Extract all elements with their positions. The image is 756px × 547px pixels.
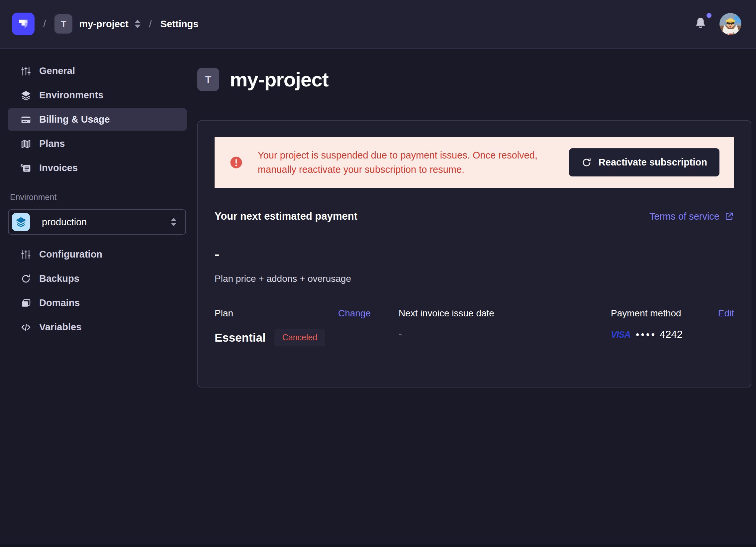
next-payment-heading: Your next estimated payment: [215, 210, 357, 222]
sliders-icon: [21, 249, 31, 260]
terms-of-service-link[interactable]: Terms of service: [649, 211, 734, 222]
estimated-payment-amount: -: [215, 247, 734, 261]
breadcrumb-section: Settings: [160, 19, 198, 30]
notifications-button[interactable]: [694, 16, 708, 32]
plan-name: Essential: [215, 331, 266, 344]
payment-method-column: Payment method Edit VISA •••• 4242: [611, 308, 734, 346]
sidebar-item-label: Environments: [39, 90, 103, 101]
sidebar-item-label: Domains: [39, 298, 80, 309]
breadcrumb-project-name[interactable]: my-project: [79, 19, 128, 30]
sidebar-item-label: Invoices: [39, 162, 78, 173]
payment-formula: Plan price + addons + overusage: [215, 274, 734, 284]
main-content: T my-project Your project is suspended d…: [187, 48, 756, 544]
bottom-strip: [0, 544, 756, 547]
external-link-icon: [724, 211, 734, 221]
invoice-column: Next invoice issue date -: [399, 308, 583, 346]
stack-icon: [21, 298, 31, 309]
sidebar-item-invoices[interactable]: $ Invoices: [8, 157, 187, 179]
strapi-logo-icon[interactable]: [12, 13, 35, 35]
plan-column: Plan Change Essential Canceled: [215, 308, 371, 346]
sidebar-item-label: Backups: [39, 273, 79, 284]
environment-select-chevrons-icon: [171, 218, 177, 226]
environment-layers-icon: [12, 213, 30, 231]
change-plan-link[interactable]: Change: [338, 308, 371, 319]
sidebar-item-label: Billing & Usage: [39, 114, 110, 125]
billing-card: Your project is suspended due to payment…: [197, 120, 751, 388]
sidebar-item-domains[interactable]: Domains: [8, 292, 187, 314]
reactivate-subscription-button[interactable]: Reactivate subscription: [569, 148, 719, 176]
card-last4: 4242: [660, 329, 683, 341]
project-initial-badge: T: [54, 14, 72, 34]
sidebar-item-environments[interactable]: Environments: [8, 84, 187, 106]
avatar[interactable]: [719, 13, 741, 35]
notification-dot: [707, 13, 711, 18]
payment-method-label: Payment method: [611, 308, 681, 319]
project-initial-badge: T: [197, 68, 219, 91]
sidebar-item-billing-usage[interactable]: Billing & Usage: [8, 108, 187, 131]
alert-exclamation-icon: [229, 155, 243, 169]
sidebar-item-general[interactable]: General: [8, 60, 187, 82]
sidebar-item-label: General: [39, 65, 75, 76]
sidebar-item-variables[interactable]: Variables: [8, 316, 187, 338]
breadcrumb-separator: /: [149, 18, 152, 30]
next-invoice-label: Next invoice issue date: [399, 308, 494, 319]
card-masked-digits: ••••: [636, 329, 656, 340]
terms-link-label: Terms of service: [649, 211, 719, 222]
bell-icon: [694, 16, 708, 30]
sidebar-item-label: Variables: [39, 322, 81, 333]
layers-icon: [21, 90, 31, 101]
sidebar-item-configuration[interactable]: Configuration: [8, 243, 187, 265]
invoice-icon: $: [21, 163, 31, 173]
environment-section-label: Environment: [10, 192, 187, 202]
plan-status-badge: Canceled: [274, 329, 326, 346]
breadcrumb-separator: /: [43, 18, 46, 30]
plan-label: Plan: [215, 308, 233, 319]
edit-payment-link[interactable]: Edit: [718, 308, 734, 319]
project-switcher-icon[interactable]: [135, 20, 141, 28]
reactivate-button-label: Reactivate subscription: [599, 157, 707, 168]
alert-message: Your project is suspended due to payment…: [258, 148, 554, 176]
suspension-alert: Your project is suspended due to payment…: [215, 137, 734, 188]
code-icon: [21, 322, 31, 333]
svg-text:$: $: [21, 163, 23, 168]
sidebar-item-label: Plans: [39, 138, 65, 149]
sliders-icon: [21, 66, 31, 76]
credit-card-icon: [21, 114, 31, 125]
environment-select[interactable]: production: [8, 209, 186, 234]
environment-select-value: production: [42, 217, 165, 228]
next-invoice-value: -: [399, 329, 402, 340]
map-icon: [21, 138, 31, 149]
refresh-icon: [21, 274, 31, 284]
sidebar-item-backups[interactable]: Backups: [8, 267, 187, 290]
sidebar-item-plans[interactable]: Plans: [8, 133, 187, 155]
refresh-icon: [581, 157, 592, 168]
sidebar-item-label: Configuration: [39, 249, 102, 260]
settings-sidebar: General Environments Billing & Usage: [0, 48, 187, 544]
page-title: my-project: [230, 68, 329, 91]
top-header: / T my-project / Settings: [0, 0, 756, 48]
visa-logo: VISA: [611, 330, 630, 340]
